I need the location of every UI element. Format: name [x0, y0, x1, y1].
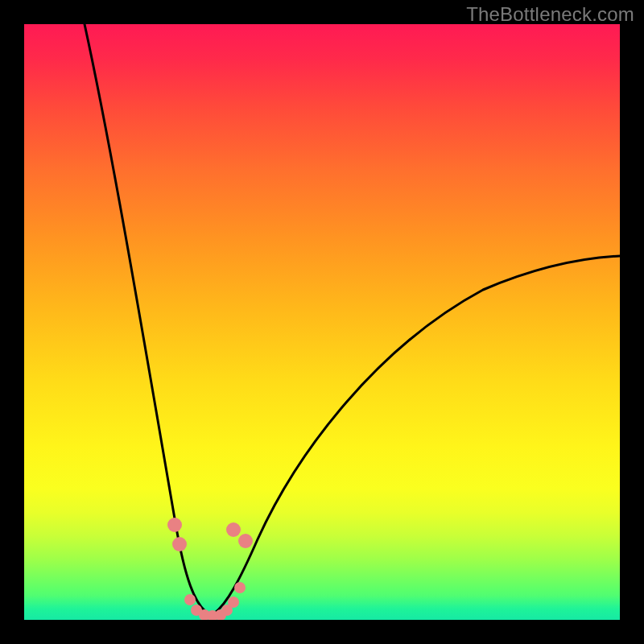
watermark-text: TheBottleneck.com — [466, 3, 634, 26]
data-marker — [238, 534, 253, 548]
data-marker — [228, 597, 239, 608]
data-marker — [167, 518, 182, 532]
curve-right-branch — [214, 256, 620, 613]
data-marker — [172, 537, 187, 551]
bottleneck-curve — [24, 24, 620, 620]
data-marker — [226, 522, 241, 537]
data-marker — [234, 582, 246, 593]
chart-frame: TheBottleneck.com — [0, 0, 644, 644]
data-marker — [184, 594, 196, 605]
plot-area — [24, 24, 620, 620]
curve-left-branch — [85, 24, 208, 613]
